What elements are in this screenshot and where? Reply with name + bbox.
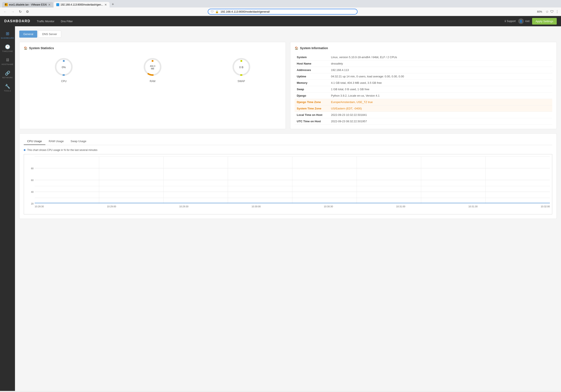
x-label-2: 10:29:30 bbox=[179, 205, 188, 208]
nav-traffic-monitor[interactable]: Traffic Monitor bbox=[37, 19, 54, 24]
hostname-icon: 🖥 bbox=[5, 58, 10, 62]
sidebar-label-network: NETWORK bbox=[2, 76, 13, 79]
system-stats-title: 🏠 System Statistics bbox=[24, 46, 281, 50]
apply-settings-button[interactable]: Apply Settings bbox=[532, 18, 557, 25]
svg-text:0 B: 0 B bbox=[239, 66, 244, 69]
tab-close-2[interactable]: ✕ bbox=[104, 3, 107, 6]
tab-swap-usage[interactable]: Swap Usage bbox=[67, 138, 90, 145]
extensions-button[interactable]: ⚙ bbox=[25, 9, 30, 15]
sidebar-label-dashboard: DASHBOARD bbox=[1, 37, 14, 39]
chart-area: 80 60 40 20 bbox=[35, 156, 550, 204]
header-right: ℹ Support 👤 root Apply Settings bbox=[505, 18, 557, 25]
nav-dns-filter[interactable]: Dns Filter bbox=[61, 19, 73, 24]
support-button[interactable]: ℹ Support bbox=[505, 20, 516, 23]
svg-rect-11 bbox=[240, 60, 242, 62]
svg-text:0%: 0% bbox=[62, 66, 66, 69]
avatar: 👤 bbox=[518, 18, 524, 24]
sidebar-item-timezone[interactable]: 🕐 TIMEZONE bbox=[0, 42, 15, 55]
grid-line-20: 20 bbox=[35, 204, 550, 204]
tab-dns-server[interactable]: DNS Server bbox=[38, 31, 61, 38]
chart-info: This chart shows CPU usage in % for the … bbox=[24, 149, 552, 152]
app-container: DASHBOARD Traffic Monitor Dns Filter ℹ S… bbox=[0, 16, 561, 391]
tab-general[interactable]: General bbox=[19, 31, 37, 38]
browser-chrome: ⚙ esxi1.diladele.lan - VMware ESXi ✕ 🌐 1… bbox=[0, 0, 561, 16]
address-input[interactable] bbox=[220, 10, 355, 13]
user-info: 👤 root bbox=[518, 18, 529, 24]
tab-favicon-2: 🌐 bbox=[56, 3, 59, 6]
browser-tab-2[interactable]: 🌐 192.168.4.113:8000/node/dash/gen... ✕ bbox=[54, 2, 110, 8]
browser-menu-icon[interactable]: ⋮ bbox=[555, 10, 559, 14]
x-label-3: 10:30:00 bbox=[252, 205, 261, 208]
forward-button[interactable]: → bbox=[10, 9, 16, 15]
user-label: root bbox=[525, 20, 529, 23]
chart-description: This chart shows CPU usage in % for the … bbox=[27, 149, 97, 152]
chart-svg bbox=[35, 156, 550, 204]
table-row: Addresses 192.168.4.113 bbox=[295, 67, 552, 73]
table-row: Memory 4.1 GB total, 404.3 MB used, 3.5 … bbox=[295, 80, 552, 86]
back-button[interactable]: ← bbox=[2, 9, 8, 15]
system-info-title: 🏠 System Information bbox=[295, 46, 552, 50]
system-info-table: System Linux, version 5.10.0-18-amd64 / … bbox=[295, 54, 552, 125]
house-icon-stats: 🏠 bbox=[24, 46, 27, 50]
x-label-5: 10:31:00 bbox=[396, 205, 405, 208]
chart-x-labels: 10:28:30 10:29:00 10:29:30 10:30:00 10:3… bbox=[35, 205, 550, 208]
sidebar-label-timezone: TIMEZONE bbox=[2, 50, 13, 52]
x-label-1: 10:29:00 bbox=[107, 205, 116, 208]
app-logo: DASHBOARD bbox=[4, 19, 30, 23]
svg-rect-2 bbox=[63, 60, 65, 62]
x-label-4: 10:30:30 bbox=[324, 205, 333, 208]
app-header: DASHBOARD Traffic Monitor Dns Filter ℹ S… bbox=[0, 16, 561, 26]
cpu-gauge-svg: 0% bbox=[53, 56, 75, 78]
svg-text:MB: MB bbox=[151, 68, 154, 70]
table-row: Swap 1 GB total, 0 B used, 1 GB free bbox=[295, 86, 552, 93]
table-row-django-tz: Django Time Zone Europe/Amsterdam, USE_T… bbox=[295, 99, 552, 105]
page-tabs: General DNS Server bbox=[19, 31, 557, 38]
dashboard-icon: ⊞ bbox=[6, 31, 10, 36]
ram-gauge: 404.3 MB RAM bbox=[142, 56, 163, 83]
sidebar-item-hostname[interactable]: 🖥 HOSTNAME bbox=[0, 55, 15, 68]
tab-favicon-1: ⚙ bbox=[5, 3, 8, 6]
zoom-level: 80% bbox=[535, 10, 544, 14]
address-bar[interactable]: 🛡 🔒 bbox=[208, 9, 357, 15]
tab-close-1[interactable]: ✕ bbox=[48, 3, 51, 6]
table-row: Django Python 3.9.2, Locale en-us, Versi… bbox=[295, 93, 552, 99]
ram-gauge-svg: 404.3 MB bbox=[142, 56, 163, 78]
y-label-80: 80 bbox=[31, 167, 33, 170]
usage-tabs: CPU Usage RAM Usage Swap Usage bbox=[24, 138, 552, 145]
tab-cpu-usage[interactable]: CPU Usage bbox=[24, 138, 45, 145]
sidebar-item-tools[interactable]: 🔧 TOOLS bbox=[0, 81, 15, 94]
tab-ram-usage[interactable]: RAM Usage bbox=[45, 138, 67, 145]
sidebar-label-tools: TOOLS bbox=[4, 90, 11, 92]
swap-gauge-svg: 0 B bbox=[231, 56, 252, 78]
browser-tab-bar: ⚙ esxi1.diladele.lan - VMware ESXi ✕ 🌐 1… bbox=[0, 0, 561, 8]
tools-icon: 🔧 bbox=[5, 84, 10, 89]
browser-toolbar: ← → ↻ ⚙ 🛡 🔒 80% ☆ 🛡 ⋮ bbox=[0, 8, 561, 16]
x-label-6: 10:31:30 bbox=[468, 205, 477, 208]
network-icon: 🔗 bbox=[5, 71, 10, 76]
chart-container: 80 60 40 20 bbox=[24, 154, 552, 214]
security-icon: 🛡 bbox=[211, 10, 214, 13]
timezone-icon: 🕐 bbox=[5, 44, 10, 49]
cpu-label: CPU bbox=[61, 80, 66, 83]
info-icon: ℹ bbox=[505, 20, 506, 23]
browser-tab-1[interactable]: ⚙ esxi1.diladele.lan - VMware ESXi ✕ bbox=[2, 2, 53, 8]
reload-button[interactable]: ↻ bbox=[18, 9, 23, 15]
system-info-card: 🏠 System Information System Linux, versi… bbox=[290, 42, 557, 129]
main-container: ⊞ DASHBOARD 🕐 TIMEZONE 🖥 HOSTNAME 🔗 NETW… bbox=[0, 26, 561, 391]
cards-row: 🏠 System Statistics 0% CPU bbox=[19, 42, 557, 129]
new-tab-button[interactable]: + bbox=[110, 1, 116, 8]
content-area: General DNS Server 🏠 System Statistics bbox=[15, 26, 561, 391]
browser-shield-icon[interactable]: 🛡 bbox=[550, 10, 554, 14]
sidebar-item-dashboard[interactable]: ⊞ DASHBOARD bbox=[0, 28, 15, 42]
y-label-20: 20 bbox=[31, 202, 33, 205]
swap-label: SWAP bbox=[237, 80, 245, 83]
swap-gauge: 0 B SWAP bbox=[231, 56, 252, 83]
table-row: System Linux, version 5.10.0-18-amd64 / … bbox=[295, 54, 552, 61]
table-row: Host Name dnssafety bbox=[295, 61, 552, 67]
svg-rect-6 bbox=[152, 60, 153, 62]
usage-card: CPU Usage RAM Usage Swap Usage This char… bbox=[19, 133, 557, 219]
sidebar-item-network[interactable]: 🔗 NETWORK bbox=[0, 68, 15, 81]
bookmark-icon[interactable]: ☆ bbox=[546, 10, 549, 14]
table-row-system-tz: System Time Zone US/Eastern (EDT, -0400) bbox=[295, 105, 552, 112]
sidebar-label-hostname: HOSTNAME bbox=[1, 63, 13, 65]
